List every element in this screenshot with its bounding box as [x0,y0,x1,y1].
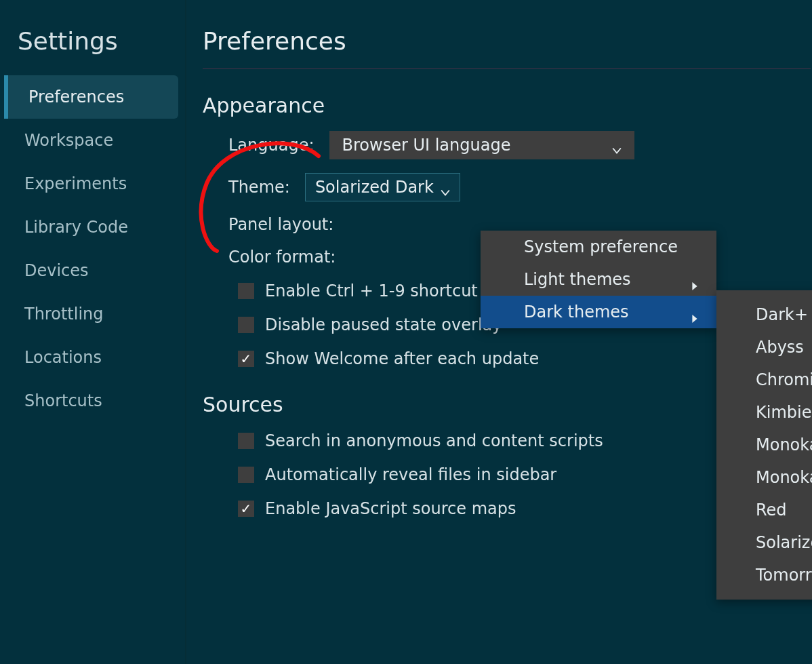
theme-value: Solarized Dark [315,178,434,197]
chevron-right-icon [691,275,699,284]
menu-item-label: Light themes [524,270,631,289]
menu-item-label: Dark themes [524,302,629,321]
menu-item-label: Red [756,501,787,520]
menu-item-label: Monokai [756,435,812,454]
main-content: Preferences Appearance Language: Browser… [186,0,812,664]
theme-select[interactable]: Solarized Dark [305,173,460,201]
checkbox[interactable] [238,317,254,333]
sidebar-item-experiments[interactable]: Experiments [0,162,185,206]
menu-item-label: Solarized Dark [756,533,812,552]
menu-item-label: Abyss [756,338,804,357]
sidebar-item-library-code[interactable]: Library Code [0,206,185,249]
section-appearance-title: Appearance [203,94,812,117]
theme-option-chromium-dark[interactable]: Chromium Dark [716,364,812,396]
theme-option-monokai-dimmed[interactable]: Monokai Dimmed [716,461,812,494]
chevron-down-icon [441,182,450,192]
sidebar-item-label: Shortcuts [24,391,102,410]
theme-option-kimbie-dark[interactable]: Kimbie Dark [716,396,812,429]
theme-option-red[interactable]: Red [716,494,812,526]
sidebar-item-label: Workspace [24,131,113,150]
chevron-right-icon [691,308,699,316]
checkbox-label: Disable paused state overlay [265,315,502,334]
checkbox[interactable] [238,283,254,299]
sidebar-item-throttling[interactable]: Throttling [0,292,185,336]
sidebar-item-workspace[interactable]: Workspace [0,119,185,162]
theme-option-abyss[interactable]: Abyss [716,331,812,364]
theme-menu-system[interactable]: System preference [481,231,716,263]
language-select[interactable]: Browser UI language [329,131,634,159]
sidebar-item-label: Experiments [24,174,127,193]
menu-item-label: Monokai Dimmed [756,468,812,487]
menu-item-label: Tomorrow Night Blue [756,566,812,585]
sidebar-item-devices[interactable]: Devices [0,249,185,292]
theme-row: Theme: Solarized Dark [228,173,812,201]
sidebar-title: Settings [0,27,185,75]
menu-item-label: System preference [524,237,678,256]
sidebar-item-label: Library Code [24,218,128,237]
settings-sidebar: Settings Preferences Workspace Experimen… [0,0,186,664]
sidebar-item-locations[interactable]: Locations [0,336,185,379]
sidebar-item-label: Devices [24,261,89,280]
theme-option-dark-plus[interactable]: Dark+ (Default) [716,298,812,331]
language-label: Language: [228,136,314,155]
panel-layout-label: Panel layout: [228,215,333,234]
language-row: Language: Browser UI language [228,131,812,159]
theme-menu-light[interactable]: Light themes [481,263,716,296]
color-format-label: Color format: [228,248,336,267]
menu-item-label: Chromium Dark [756,370,812,389]
sidebar-item-shortcuts[interactable]: Shortcuts [0,379,185,423]
checkbox-label: Search in anonymous and content scripts [265,431,603,450]
language-value: Browser UI language [342,136,511,155]
theme-label: Theme: [228,178,290,197]
theme-menu: System preference Light themes Dark them… [481,231,716,328]
chevron-down-icon [612,140,622,150]
sidebar-item-label: Preferences [28,87,124,106]
menu-item-label: Dark+ (Default) [756,305,812,324]
theme-option-tomorrow-night-blue[interactable]: Tomorrow Night Blue [716,559,812,591]
page-title: Preferences [203,27,811,69]
checkbox[interactable] [238,501,254,517]
dark-themes-submenu: Dark+ (Default) Abyss Chromium Dark Kimb… [716,290,812,600]
sidebar-item-label: Locations [24,348,102,367]
checkbox[interactable] [238,351,254,367]
sidebar-item-label: Throttling [24,305,104,324]
menu-item-label: Kimbie Dark [756,403,812,422]
theme-menu-dark[interactable]: Dark themes [481,296,716,328]
checkbox[interactable] [238,467,254,483]
checkbox[interactable] [238,433,254,449]
checkbox-label: Enable JavaScript source maps [265,499,516,518]
checkbox-label: Automatically reveal files in sidebar [265,465,556,484]
theme-option-solarized-dark[interactable]: Solarized Dark [716,526,812,559]
checkbox-label: Show Welcome after each update [265,349,539,368]
sidebar-item-preferences[interactable]: Preferences [4,75,178,119]
theme-option-monokai[interactable]: Monokai [716,429,812,461]
